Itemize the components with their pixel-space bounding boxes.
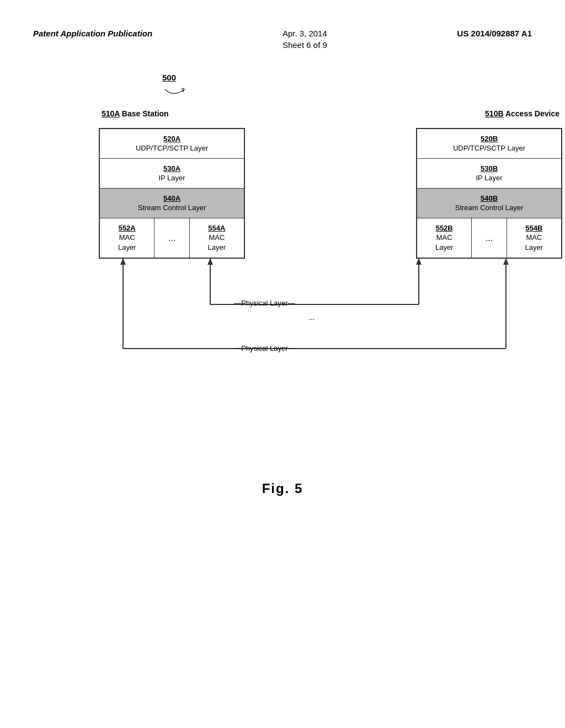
svg-marker-5 xyxy=(416,258,422,265)
right-mac-ellipsis: ... xyxy=(472,218,507,258)
physical-layer-label-2: —Physical Layer— xyxy=(234,344,295,352)
right-mac-554b: 554B MAC Layer xyxy=(507,218,561,258)
right-layer-540b: 540B Stream Control Layer xyxy=(417,189,561,218)
curved-arrow-icon xyxy=(162,84,195,100)
left-mac-552a: 552A MAC Layer xyxy=(100,218,154,258)
fig-number: 500 xyxy=(162,73,176,82)
header-right: US 2014/092887 A1 xyxy=(457,28,532,39)
right-station-prefix: 510B xyxy=(485,109,503,118)
right-stack-box: 520B UDP/TCP/SCTP Layer 530B IP Layer 54… xyxy=(416,128,562,259)
patent-number: US 2014/092887 A1 xyxy=(457,29,532,38)
physical-layer-label-1: —Physical Layer— xyxy=(234,299,295,307)
right-station-text: Access Device xyxy=(504,109,559,118)
publication-title: Patent Application Publication xyxy=(33,29,152,38)
svg-marker-7 xyxy=(503,258,509,265)
fig-500-label: 500 xyxy=(162,73,195,100)
left-layer-540a: 540A Stream Control Layer xyxy=(100,189,244,218)
left-layer-520a: 520A UDP/TCP/SCTP Layer xyxy=(100,129,244,159)
fig-caption-text: Fig. 5 xyxy=(262,481,303,496)
left-stack-box: 520A UDP/TCP/SCTP Layer 530A IP Layer 54… xyxy=(99,128,245,259)
page: Patent Application Publication Apr. 3, 2… xyxy=(0,0,565,728)
left-station-text: Base Station xyxy=(120,109,169,118)
left-station-prefix: 510A xyxy=(102,109,120,118)
svg-marker-1 xyxy=(120,258,126,265)
left-station-label: 510A Base Station xyxy=(102,109,169,119)
left-mac-ellipsis: ... xyxy=(154,218,189,258)
svg-marker-3 xyxy=(207,258,213,265)
fig-caption: Fig. 5 xyxy=(0,481,565,496)
header: Patent Application Publication Apr. 3, 2… xyxy=(0,0,565,51)
sheet-label: Sheet 6 of 9 xyxy=(282,40,327,50)
physical-ellipsis: ... xyxy=(308,313,315,322)
right-station-label: 510B Access Device xyxy=(485,109,559,119)
right-layer-520b: 520B UDP/TCP/SCTP Layer xyxy=(417,129,561,159)
date-label: Apr. 3, 2014 xyxy=(282,29,327,38)
header-center: Apr. 3, 2014 Sheet 6 of 9 xyxy=(282,28,327,51)
header-left: Patent Application Publication xyxy=(33,28,152,39)
left-mac-row: 552A MAC Layer ... 554A MAC Layer xyxy=(100,218,244,258)
right-mac-row: 552B MAC Layer ... 554B MAC Layer xyxy=(417,218,561,258)
right-mac-552b: 552B MAC Layer xyxy=(417,218,472,258)
left-layer-530a: 530A IP Layer xyxy=(100,159,244,189)
left-mac-554a: 554A MAC Layer xyxy=(190,218,244,258)
right-layer-530b: 530B IP Layer xyxy=(417,159,561,189)
